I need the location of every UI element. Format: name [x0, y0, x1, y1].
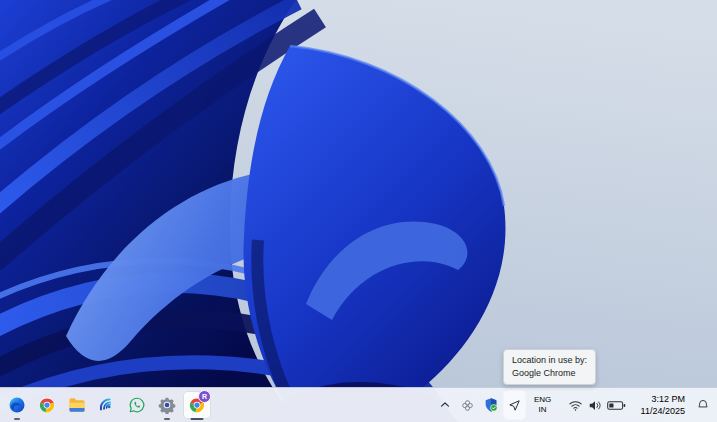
taskbar-app-edge[interactable] [3, 389, 31, 421]
taskbar-app-chrome-profile[interactable]: R [183, 389, 211, 421]
location-in-use-icon [507, 398, 522, 413]
profile-badge: R [198, 390, 211, 403]
volume-icon [588, 399, 602, 412]
battery-icon [607, 400, 626, 411]
desktop-wallpaper-bloom [0, 0, 717, 422]
desktop: Location in use by: Google Chrome [0, 0, 717, 422]
edge-icon [4, 392, 30, 418]
clock-time: 3:12 PM [641, 393, 685, 405]
running-indicator [14, 418, 20, 421]
spiral-wave-app-icon [94, 392, 120, 418]
taskbar-app-spiral-wave[interactable] [93, 389, 121, 421]
running-indicator [164, 418, 170, 421]
chrome-icon [34, 392, 60, 418]
system-tray: ENG IN [435, 391, 717, 419]
clock[interactable]: 3:12 PM 11/24/2025 [635, 391, 691, 419]
location-tooltip-line1: Location in use by: [512, 354, 587, 367]
location-tooltip-line2: Google Chrome [512, 367, 587, 380]
language-line2: IN [530, 405, 556, 415]
tray-flower-app-button[interactable] [457, 391, 478, 419]
location-tooltip: Location in use by: Google Chrome [503, 349, 596, 385]
network-volume-battery-button[interactable] [561, 391, 633, 419]
taskbar-apps: R [0, 389, 211, 421]
active-indicator [191, 418, 204, 421]
notification-bell-icon [696, 398, 710, 412]
windows-security-button[interactable] [480, 391, 502, 419]
taskbar-app-settings[interactable] [153, 389, 181, 421]
chevron-up-icon [438, 398, 452, 412]
language-indicator[interactable]: ENG IN [527, 391, 559, 419]
location-in-use-button[interactable] [504, 391, 525, 419]
taskbar-app-whatsapp[interactable] [123, 389, 151, 421]
show-hidden-icons-button[interactable] [435, 391, 455, 419]
flower-app-icon [460, 398, 475, 413]
security-shield-check-icon [483, 397, 499, 413]
settings-gear-icon [154, 392, 180, 418]
notification-center-button[interactable] [693, 391, 713, 419]
whatsapp-icon [124, 392, 150, 418]
taskbar: R [0, 387, 717, 422]
taskbar-app-file-explorer[interactable] [63, 389, 91, 421]
language-line1: ENG [530, 395, 556, 405]
clock-date: 11/24/2025 [641, 405, 685, 417]
taskbar-app-chrome[interactable] [33, 389, 61, 421]
file-explorer-icon [64, 392, 90, 418]
wifi-icon [568, 399, 583, 412]
